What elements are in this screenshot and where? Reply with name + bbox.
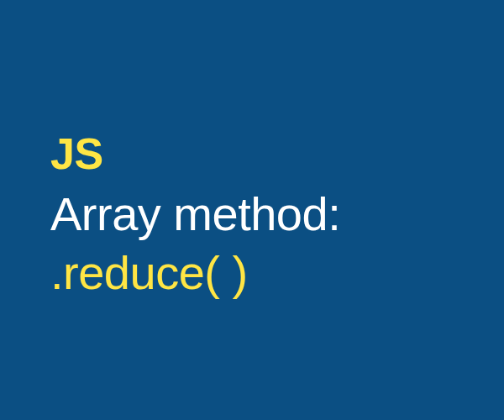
title-text: Array method:: [50, 185, 504, 244]
method-name: .reduce( ): [50, 244, 504, 302]
language-badge: JS: [50, 127, 504, 181]
